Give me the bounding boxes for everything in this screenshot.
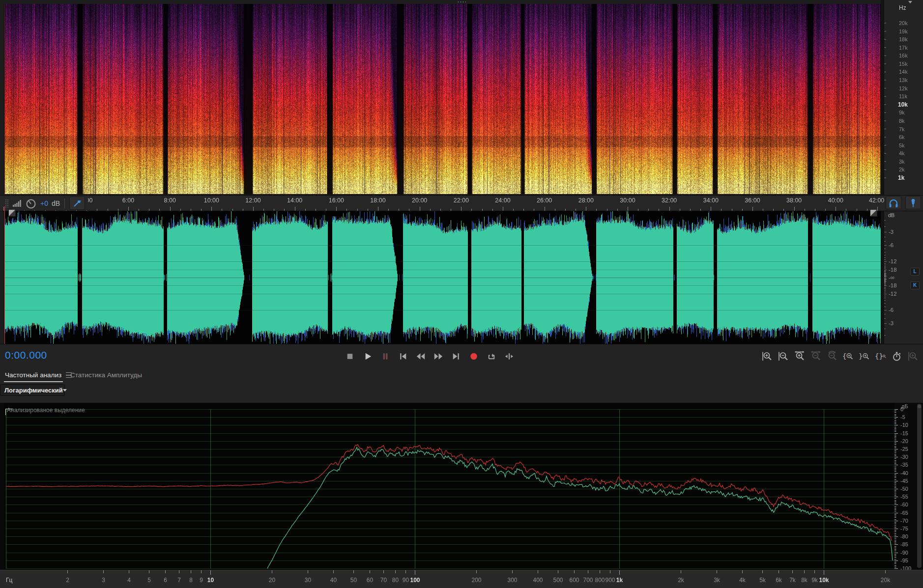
- analysis-controls-row: Масштаб: Логарифмический Остановка кадра…: [0, 384, 923, 403]
- loop-playback-button[interactable]: [486, 350, 497, 363]
- scale-select[interactable]: Логарифмический: [0, 384, 65, 396]
- playhead-time-display[interactable]: 0:00.000: [5, 349, 47, 361]
- tab-frequency-analysis[interactable]: Частотный анализ: [5, 371, 72, 379]
- monitor-input-button[interactable]: [886, 196, 901, 209]
- timeline-ruler[interactable]: [0, 196, 923, 211]
- tab-frequency-analysis-label: Частотный анализ: [5, 371, 61, 379]
- analyzed-selection-label: Анализированое выделение: [7, 407, 85, 414]
- zoom-full-amplitude-icon: [907, 350, 919, 363]
- zoom-in-time-icon: [794, 350, 806, 363]
- spot-playback-icon: [503, 350, 515, 363]
- rewind-button[interactable]: [415, 350, 427, 363]
- zoom-out-amplitude-button[interactable]: [778, 350, 789, 363]
- pause-button[interactable]: [379, 350, 391, 363]
- tab-amplitude-statistics-label: Статистика Амплитуды: [70, 371, 142, 379]
- gain-unit: dB: [52, 199, 60, 207]
- stop-button[interactable]: [344, 350, 356, 363]
- zoom-out-time-icon: [810, 350, 822, 363]
- toolbar-divider: [64, 198, 65, 208]
- frequency-chart-plot[interactable]: [4, 403, 894, 570]
- zoom-in-time-button[interactable]: [794, 350, 806, 363]
- zoom-in-amplitude-icon: [761, 350, 773, 363]
- skip-to-start-icon: [397, 350, 409, 363]
- chevron-down-icon: [63, 389, 67, 392]
- waveform-toolbar: +0 dB: [4, 196, 88, 210]
- transport-controls: [344, 350, 515, 363]
- panel-left-strip: [0, 4, 4, 344]
- zoom-to-selection-button[interactable]: {}: [875, 350, 887, 363]
- stop-icon: [344, 350, 356, 363]
- pushpin-icon: [908, 198, 918, 208]
- playhead-waveform[interactable]: [4, 206, 5, 344]
- zoom-to-selection-icon: [882, 350, 887, 363]
- zoom-full-amplitude-button[interactable]: [907, 350, 919, 363]
- frequency-scale-ruler[interactable]: [884, 0, 923, 195]
- rewind-icon: [415, 350, 427, 363]
- loop-playback-icon: [486, 350, 497, 363]
- chart-y-axis: [894, 403, 919, 570]
- amplitude-scale-ruler[interactable]: [884, 211, 923, 344]
- zoom-out-amplitude-icon: [778, 350, 789, 363]
- chart-scrollbar[interactable]: [917, 404, 922, 568]
- level-meter-icon[interactable]: [12, 198, 22, 208]
- gain-value[interactable]: +0: [40, 199, 48, 207]
- pin-playhead-button[interactable]: [69, 196, 85, 210]
- zoom-out-time-button[interactable]: [810, 350, 822, 363]
- play-icon: [362, 350, 374, 363]
- gain-knob-icon[interactable]: [25, 197, 37, 209]
- metronome-pin-button[interactable]: [905, 196, 921, 209]
- play-button[interactable]: [362, 350, 374, 363]
- selection-handle-right[interactable]: [870, 209, 877, 217]
- pin-icon: [72, 198, 82, 208]
- zoom-reset-icon: [826, 350, 838, 363]
- zoom-reset-button[interactable]: [826, 350, 838, 363]
- zoom-to-in-point-button[interactable]: {: [842, 350, 854, 363]
- toolbar-grip-icon[interactable]: [5, 199, 8, 208]
- headphones-icon: [888, 198, 899, 208]
- zoom-toolbar: {}{}: [761, 350, 919, 363]
- channel-badge-left[interactable]: L: [910, 268, 920, 276]
- waveform-display[interactable]: [4, 211, 881, 344]
- timeline-ruler-row[interactable]: [0, 195, 923, 211]
- skip-to-end-button[interactable]: [450, 350, 462, 363]
- spot-playback-button[interactable]: [503, 350, 515, 363]
- fast-forward-icon: [433, 350, 444, 363]
- selection-corner-marker: [5, 409, 13, 415]
- channel-badge-right[interactable]: K: [910, 281, 920, 289]
- chart-x-axis: [0, 570, 923, 588]
- zoom-to-out-point-icon: [861, 350, 870, 363]
- record-icon: [468, 350, 480, 363]
- playhead-spectrogram[interactable]: [4, 4, 5, 194]
- scrollbar-knob[interactable]: [918, 405, 921, 408]
- zoom-to-out-point-button[interactable]: }: [859, 350, 870, 363]
- chart-x-axis-row: [0, 570, 923, 588]
- scale-select-value: Логарифмический: [4, 387, 63, 394]
- timed-record-button[interactable]: [891, 350, 903, 363]
- tab-amplitude-statistics[interactable]: Статистика Амплитуды: [70, 371, 142, 379]
- collapse-arrow-icon[interactable]: [908, 1, 912, 3]
- timed-record-icon: [891, 350, 903, 363]
- spectrogram-display[interactable]: [4, 4, 881, 194]
- skip-to-start-button[interactable]: [397, 350, 409, 363]
- zoom-in-amplitude-button[interactable]: [761, 350, 773, 363]
- fast-forward-button[interactable]: [433, 350, 444, 363]
- active-tab-underline: [4, 381, 63, 382]
- panel-grip-handle[interactable]: [457, 1, 466, 3]
- selection-handle-left[interactable]: [8, 209, 16, 217]
- record-button[interactable]: [468, 350, 480, 363]
- skip-to-end-icon: [450, 350, 462, 363]
- pause-icon: [379, 350, 391, 363]
- zoom-to-in-point-icon: [845, 350, 854, 363]
